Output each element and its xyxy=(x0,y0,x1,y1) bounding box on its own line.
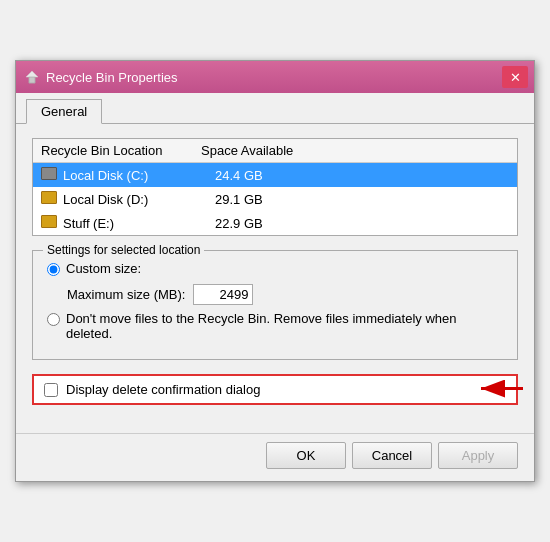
delete-confirmation-label: Display delete confirmation dialog xyxy=(66,382,260,397)
drive-c-icon xyxy=(41,167,59,183)
arrow-indicator xyxy=(473,374,528,405)
max-size-label: Maximum size (MB): xyxy=(67,287,185,302)
recycle-bin-icon xyxy=(24,69,40,85)
col2-header: Space Available xyxy=(201,143,293,158)
tab-bar: General xyxy=(16,93,534,124)
max-size-row: Maximum size (MB): xyxy=(67,284,503,305)
settings-box: Settings for selected location Custom si… xyxy=(32,250,518,360)
list-header: Recycle Bin Location Space Available xyxy=(33,139,517,163)
svg-rect-1 xyxy=(29,77,35,83)
title-bar-left: Recycle Bin Properties xyxy=(24,69,178,85)
cancel-button[interactable]: Cancel xyxy=(352,442,432,469)
drive-c-space: 24.4 GB xyxy=(215,168,263,183)
list-item[interactable]: Local Disk (C:) 24.4 GB xyxy=(33,163,517,187)
content-area: Recycle Bin Location Space Available Loc… xyxy=(16,124,534,433)
tab-general[interactable]: General xyxy=(26,99,102,124)
apply-button[interactable]: Apply xyxy=(438,442,518,469)
delete-confirmation-checkbox[interactable] xyxy=(44,383,58,397)
dialog-window: Recycle Bin Properties ✕ General Recycle… xyxy=(15,60,535,482)
custom-size-radio[interactable] xyxy=(47,263,60,276)
drive-d-name: Local Disk (D:) xyxy=(63,192,215,207)
drive-e-icon xyxy=(41,215,59,231)
list-item[interactable]: Local Disk (D:) 29.1 GB xyxy=(33,187,517,211)
list-item[interactable]: Stuff (E:) 22.9 GB xyxy=(33,211,517,235)
title-bar: Recycle Bin Properties ✕ xyxy=(16,61,534,93)
custom-size-label: Custom size: xyxy=(66,261,141,276)
drive-e-name: Stuff (E:) xyxy=(63,216,215,231)
title-bar-text: Recycle Bin Properties xyxy=(46,70,178,85)
close-button[interactable]: ✕ xyxy=(502,66,528,88)
drive-e-space: 22.9 GB xyxy=(215,216,263,231)
drive-d-space: 29.1 GB xyxy=(215,192,263,207)
dont-move-label: Don't move files to the Recycle Bin. Rem… xyxy=(66,311,503,341)
button-bar: OK Cancel Apply xyxy=(16,433,534,481)
drive-c-name: Local Disk (C:) xyxy=(63,168,215,183)
ok-button[interactable]: OK xyxy=(266,442,346,469)
dont-move-row: Don't move files to the Recycle Bin. Rem… xyxy=(47,311,503,341)
dont-move-radio[interactable] xyxy=(47,313,60,326)
drive-d-icon xyxy=(41,191,59,207)
delete-confirmation-row: Display delete confirmation dialog xyxy=(32,374,518,405)
col1-header: Recycle Bin Location xyxy=(41,143,201,158)
max-size-input[interactable] xyxy=(193,284,253,305)
settings-legend: Settings for selected location xyxy=(43,243,204,257)
drive-list: Recycle Bin Location Space Available Loc… xyxy=(32,138,518,236)
custom-size-row: Custom size: xyxy=(47,261,503,276)
